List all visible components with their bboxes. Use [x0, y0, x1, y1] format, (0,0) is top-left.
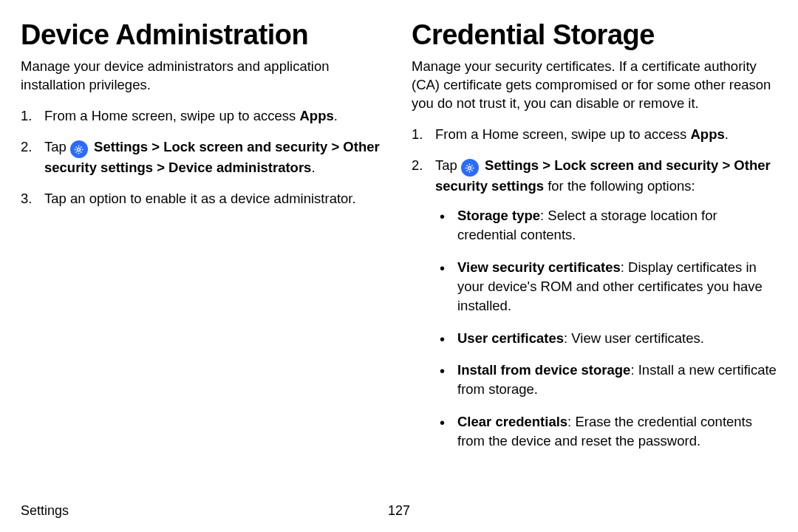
nav-path: Settings > Lock screen and security > Ot…	[44, 139, 380, 176]
option-label: Clear credentials	[457, 414, 567, 429]
apps-bold: Apps	[299, 108, 333, 123]
step-1-left: From a Home screen, swipe up to access A…	[21, 106, 386, 126]
heading-device-admin: Device Administration	[21, 21, 386, 50]
page-footer: Settings 127	[21, 503, 777, 519]
option-label: Storage type	[457, 208, 540, 223]
step-text: Tap	[44, 139, 70, 154]
step-1-right: From a Home screen, swipe up to access A…	[412, 125, 777, 144]
settings-gear-icon	[461, 159, 479, 177]
step-text: for the following options:	[544, 178, 695, 194]
right-column: Credential Storage Manage your security …	[412, 21, 777, 464]
settings-gear-icon	[70, 140, 88, 158]
left-column: Device Administration Manage your device…	[21, 21, 386, 464]
options-list: Storage type: Select a storage location …	[435, 206, 777, 451]
option-desc: : View user certificates.	[564, 330, 704, 346]
option-user-certs: User certificates: View user certificate…	[435, 329, 777, 348]
step-text: .	[334, 108, 338, 123]
step-2-right: Tap Settings > Lock screen and security …	[412, 156, 777, 451]
apps-bold: Apps	[690, 126, 724, 142]
step-text: .	[311, 160, 315, 175]
option-view-certs: View security certificates: Display cert…	[435, 258, 777, 316]
option-label: View security certificates	[457, 259, 621, 275]
option-label: Install from device storage	[457, 362, 630, 378]
option-storage-type: Storage type: Select a storage location …	[435, 206, 777, 245]
footer-page-number: 127	[388, 503, 410, 519]
step-text: .	[725, 126, 729, 142]
option-install-storage: Install from device storage: Install a n…	[435, 361, 777, 399]
step-text: Tap	[435, 157, 461, 173]
svg-point-0	[78, 148, 81, 151]
steps-left: From a Home screen, swipe up to access A…	[21, 106, 386, 208]
option-clear-creds: Clear credentials: Erase the credential …	[435, 412, 777, 451]
heading-credential-storage: Credential Storage	[412, 21, 777, 50]
option-label: User certificates	[457, 330, 564, 346]
step-text: From a Home screen, swipe up to access	[435, 126, 690, 142]
intro-left: Manage your device administrators and ap…	[21, 58, 386, 95]
svg-point-1	[468, 166, 471, 169]
footer-section: Settings	[21, 503, 69, 519]
step-2-left: Tap Settings > Lock screen and security …	[21, 137, 386, 177]
step-text: From a Home screen, swipe up to access	[44, 108, 299, 123]
intro-right: Manage your security certificates. If a …	[412, 58, 777, 113]
step-3-left: Tap an option to enable it as a device a…	[21, 189, 386, 208]
steps-right: From a Home screen, swipe up to access A…	[412, 125, 777, 451]
